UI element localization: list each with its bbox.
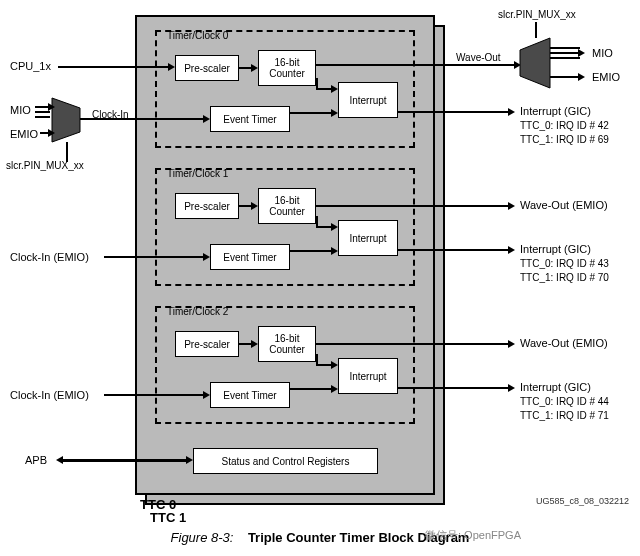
- apb-arrow-l: [56, 456, 63, 464]
- int1-line: [398, 249, 510, 251]
- int1-label: Interrupt (GIC): [520, 243, 591, 255]
- wave2-label: Wave-Out (EMIO): [520, 337, 608, 349]
- wave1-label: Wave-Out (EMIO): [520, 199, 608, 211]
- group-0-title: Timer/Clock 0: [167, 30, 228, 41]
- mux-emio-line: [550, 76, 580, 78]
- prescaler-2-text: Pre-scaler: [184, 339, 230, 350]
- g0-evt-to-int-a: [331, 109, 338, 117]
- int2-b-label: TTC_1: IRQ ID # 71: [520, 410, 609, 421]
- mux-emio-arrow: [578, 73, 585, 81]
- interrupt-1: Interrupt: [338, 220, 398, 256]
- clock-in-emio-2-line: [104, 394, 204, 396]
- group-2-title: Timer/Clock 2: [167, 306, 228, 317]
- prescaler-0-text: Pre-scaler: [184, 63, 230, 74]
- cpu-1x-label: CPU_1x: [10, 60, 51, 72]
- event-timer-1: Event Timer: [210, 244, 290, 270]
- wave-out-top-line: [316, 64, 516, 66]
- int0-label: Interrupt (GIC): [520, 105, 591, 117]
- g0-cnt-to-int-v: [316, 78, 318, 90]
- diagram-canvas: TTC 0 TTC 1 Timer/Clock 0 Pre-scaler 16-…: [0, 0, 640, 556]
- ttc1-label: TTC 1: [150, 510, 186, 525]
- mio-label: MIO: [10, 104, 31, 116]
- wave2-line: [316, 343, 511, 345]
- int1-b-label: TTC_1: IRQ ID # 70: [520, 272, 609, 283]
- counter-0-text: 16-bit Counter: [269, 57, 305, 79]
- document-id: UG585_c8_08_032212: [536, 496, 629, 506]
- int0-b-label: TTC_1: IRQ ID # 69: [520, 134, 609, 145]
- g2-cnt-to-int-v: [316, 354, 318, 366]
- interrupt-2-text: Interrupt: [349, 371, 386, 382]
- wave1-line: [316, 205, 511, 207]
- g0-pre-to-cnt-a: [251, 64, 258, 72]
- group-1-title: Timer/Clock 1: [167, 168, 228, 179]
- event-timer-2: Event Timer: [210, 382, 290, 408]
- g0-cnt-to-int-a: [331, 85, 338, 93]
- slcr-left-label: slcr.PIN_MUX_xx: [6, 160, 84, 171]
- interrupt-0-text: Interrupt: [349, 95, 386, 106]
- slcr-right-vline: [535, 22, 537, 38]
- prescaler-1: Pre-scaler: [175, 193, 239, 219]
- int2-label: Interrupt (GIC): [520, 381, 591, 393]
- int2-a-label: TTC_0: IRQ ID # 44: [520, 396, 609, 407]
- interrupt-2: Interrupt: [338, 358, 398, 394]
- g0-evt-to-int: [290, 112, 334, 114]
- int2-arrow: [508, 384, 515, 392]
- slcr-select-line-v: [66, 142, 68, 162]
- apb-arrow-r: [186, 456, 193, 464]
- g1-cnt-to-int-a: [331, 223, 338, 231]
- watermark-text: 微信号: OpenFPGA: [425, 528, 521, 543]
- clock-in-emio-1-line: [104, 256, 204, 258]
- svg-marker-1: [520, 38, 550, 88]
- event-timer-2-text: Event Timer: [223, 390, 276, 401]
- right-mux-icon: [520, 38, 556, 88]
- counter-2-text: 16-bit Counter: [269, 333, 305, 355]
- cpu-to-prescaler-line: [58, 66, 170, 68]
- clock-in-emio-2-arrow: [203, 391, 210, 399]
- mux-mio-line1: [550, 47, 580, 49]
- wave1-arrow: [508, 202, 515, 210]
- status-control-registers: Status and Control Registers: [193, 448, 378, 474]
- mio-to-mux-line2: [35, 111, 50, 113]
- g2-cnt-to-int-a: [331, 361, 338, 369]
- mio-to-mux-arrow1: [48, 103, 55, 111]
- int0-line: [398, 111, 510, 113]
- mux-mio-line3: [550, 57, 580, 59]
- interrupt-1-text: Interrupt: [349, 233, 386, 244]
- emio-label: EMIO: [10, 128, 38, 140]
- event-timer-1-text: Event Timer: [223, 252, 276, 263]
- event-timer-0-text: Event Timer: [223, 114, 276, 125]
- mux-out-line: [80, 118, 205, 120]
- g1-cnt-to-int-v: [316, 216, 318, 228]
- counter-1: 16-bit Counter: [258, 188, 316, 224]
- clock-in-emio-2-label: Clock-In (EMIO): [10, 389, 89, 401]
- counter-1-text: 16-bit Counter: [269, 195, 305, 217]
- mux-mio-label: MIO: [592, 47, 613, 59]
- mux-mio-line2: [550, 52, 580, 54]
- clock-in-emio-1-arrow: [203, 253, 210, 261]
- int1-arrow: [508, 246, 515, 254]
- interrupt-0: Interrupt: [338, 82, 398, 118]
- mux-out-arrow: [203, 115, 210, 123]
- apb-line: [62, 459, 188, 462]
- wave-out-top-label: Wave-Out: [456, 52, 501, 63]
- counter-0: 16-bit Counter: [258, 50, 316, 86]
- figure-caption: Figure 8-3: Triple Counter Timer Block D…: [0, 530, 640, 545]
- wave2-arrow: [508, 340, 515, 348]
- int0-a-label: TTC_0: IRQ ID # 42: [520, 120, 609, 131]
- g1-pre-to-cnt-a: [251, 202, 258, 210]
- clock-in-emio-1-label: Clock-In (EMIO): [10, 251, 89, 263]
- emio-to-mux-arrow: [48, 129, 55, 137]
- event-timer-0: Event Timer: [210, 106, 290, 132]
- status-control-text: Status and Control Registers: [222, 456, 350, 467]
- cpu-to-prescaler-arrow: [168, 63, 175, 71]
- mio-to-mux-line3: [35, 116, 50, 118]
- svg-marker-0: [52, 98, 80, 142]
- prescaler-1-text: Pre-scaler: [184, 201, 230, 212]
- mux-emio-label: EMIO: [592, 71, 620, 83]
- g2-pre-to-cnt-a: [251, 340, 258, 348]
- left-mux-icon: [52, 98, 88, 142]
- int0-arrow: [508, 108, 515, 116]
- g2-evt-to-int: [290, 388, 334, 390]
- g1-evt-to-int-a: [331, 247, 338, 255]
- prescaler-0: Pre-scaler: [175, 55, 239, 81]
